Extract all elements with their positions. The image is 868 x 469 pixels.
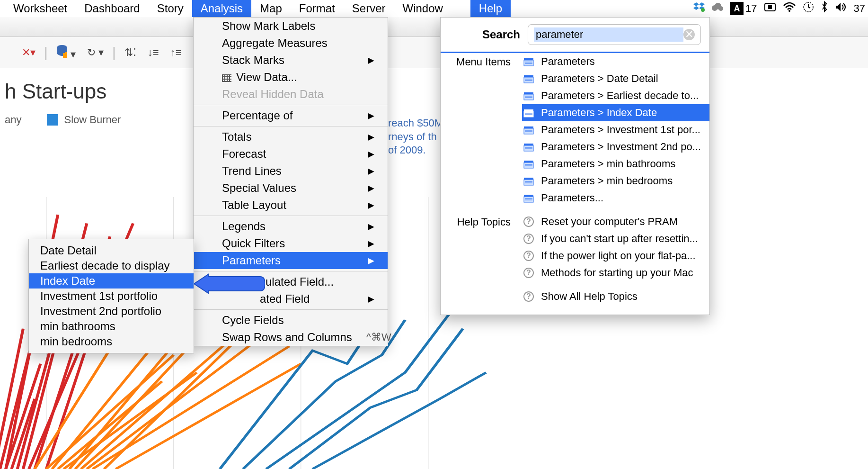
param-date-detail[interactable]: Date Detail (29, 243, 194, 258)
help-result-topic[interactable]: ?Methods for starting up your Mac (522, 264, 709, 281)
menu-cycle-fields[interactable]: Cycle Fields (194, 312, 388, 329)
help-result-menu[interactable]: Parameters > min bedrooms (522, 172, 709, 189)
menu-percentage-of[interactable]: Percentage of▶ (194, 107, 388, 124)
help-result-menu[interactable]: Parameters > Index Date (522, 104, 709, 121)
param-investment-2[interactable]: Investment 2nd portfolio (29, 304, 194, 319)
dropbox-icon[interactable] (693, 1, 705, 16)
clear-icon[interactable]: ✕ (683, 29, 695, 40)
help-show-all[interactable]: ? Show All Help Topics (522, 288, 709, 305)
help-result-topic[interactable]: ?Reset your computer's PRAM (522, 213, 709, 230)
question-icon: ? (523, 251, 534, 261)
viz-title: h Start-ups (0, 68, 868, 108)
menu-map[interactable]: Map (251, 0, 291, 17)
svg-rect-45 (524, 162, 533, 168)
help-section-help-topics: Help Topics (441, 213, 516, 228)
clear-icon[interactable]: ✕▾ (19, 46, 38, 59)
menu-format[interactable]: Format (291, 0, 344, 17)
question-icon: ? (523, 216, 534, 227)
volume-icon[interactable] (835, 2, 847, 15)
system-tray: A17 37 (693, 0, 868, 17)
help-pointer-icon (194, 272, 265, 298)
param-index-date[interactable]: Index Date (29, 273, 194, 289)
question-icon: ? (523, 268, 534, 278)
svg-point-7 (718, 6, 723, 11)
menu-table-layout[interactable]: Table Layout▶ (194, 197, 388, 214)
param-min-bedrooms[interactable]: min bedrooms (29, 334, 194, 349)
menu-reveal-hidden-data: Reveal Hidden Data (194, 86, 388, 103)
menu-legends[interactable]: Legends▶ (194, 218, 388, 235)
help-section-menu-items: Menu Items (441, 53, 516, 68)
help-search-box[interactable]: ✕ (528, 24, 701, 45)
sort-desc-icon[interactable]: ↑≡ (168, 46, 185, 59)
menu-special-values[interactable]: Special Values▶ (194, 180, 388, 197)
menu-quick-filters[interactable]: Quick Filters▶ (194, 235, 388, 252)
menu-stack-marks[interactable]: Stack Marks▶ (194, 52, 388, 69)
help-result-topic[interactable]: ?If the power light on your flat-pa... (522, 247, 709, 264)
datasource-icon[interactable]: ▾ (53, 45, 79, 61)
sort-asc-icon[interactable]: ↓≡ (145, 46, 162, 59)
svg-marker-1 (699, 2, 705, 6)
parameters-submenu: Date Detail Earliest decade to display I… (28, 239, 194, 353)
svg-rect-48 (524, 178, 533, 180)
svg-rect-28 (524, 92, 533, 94)
svg-point-10 (788, 10, 790, 12)
menu-story[interactable]: Story (149, 0, 192, 17)
question-icon: ? (523, 234, 534, 244)
menu-dashboard[interactable]: Dashboard (76, 0, 148, 17)
svg-rect-44 (524, 161, 533, 162)
menu-swap-rows-columns[interactable]: Swap Rows and Columns^⌘W (194, 329, 388, 346)
menu-window[interactable]: Window (394, 0, 451, 17)
svg-rect-41 (524, 145, 533, 151)
svg-rect-29 (524, 94, 533, 100)
menu-aggregate-measures[interactable]: Aggregate Measures (194, 35, 388, 52)
svg-rect-36 (524, 126, 533, 128)
cloud-icon[interactable] (711, 2, 724, 15)
menu-show-mark-labels[interactable]: Show Mark Labels (194, 18, 388, 35)
menu-analysis[interactable]: Analysis (192, 0, 251, 17)
adobe-icon[interactable]: A17 (730, 2, 757, 15)
menu-server[interactable]: Server (344, 0, 394, 17)
help-result-topic[interactable]: ?If you can't start up after resettin... (522, 230, 709, 247)
param-earliest-decade[interactable]: Earliest decade to display (29, 258, 194, 273)
menu-help[interactable]: Help (470, 0, 511, 17)
menu-trend-lines[interactable]: Trend Lines▶ (194, 162, 388, 180)
menu-result-icon (522, 56, 535, 67)
help-result-menu[interactable]: Parameters > Earliest decade to... (522, 87, 709, 104)
menu-worksheet[interactable]: Worksheet (5, 0, 76, 17)
swap-icon[interactable]: ⇅⁚ (122, 46, 139, 59)
display-icon[interactable] (764, 2, 776, 15)
menu-result-icon (522, 90, 535, 101)
timemachine-icon[interactable] (803, 1, 814, 16)
menu-parameters[interactable]: Parameters▶ (194, 252, 388, 269)
svg-rect-40 (524, 144, 533, 145)
menu-result-icon (522, 176, 535, 186)
help-search-input[interactable] (534, 27, 683, 42)
menu-result-icon (522, 193, 535, 203)
help-result-menu[interactable]: Parameters... (522, 189, 709, 207)
svg-rect-52 (524, 195, 533, 197)
wifi-icon[interactable] (783, 2, 796, 15)
help-search-panel: Search ✕ Menu Items ParametersParameters… (440, 17, 710, 315)
menu-result-icon (522, 108, 535, 118)
help-result-menu[interactable]: Parameters > Date Detail (522, 70, 709, 87)
menu-view-data[interactable]: View Data... (194, 69, 388, 86)
bluetooth-icon[interactable] (821, 1, 828, 16)
svg-rect-24 (524, 75, 533, 77)
param-investment-1[interactable]: Investment 1st portfolio (29, 289, 194, 304)
legend-swatch (47, 114, 58, 126)
menu-forecast[interactable]: Forecast▶ (194, 145, 388, 162)
svg-rect-53 (524, 197, 533, 202)
help-menu-results: ParametersParameters > Date DetailParame… (522, 53, 709, 207)
help-result-menu[interactable]: Parameters > Investment 1st por... (522, 121, 709, 138)
help-result-menu[interactable]: Parameters > min bathrooms (522, 155, 709, 172)
svg-rect-9 (768, 5, 772, 9)
refresh-icon[interactable]: ↻ ▾ (84, 46, 106, 59)
menu-result-icon (522, 142, 535, 152)
help-result-menu[interactable]: Parameters > Investment 2nd po... (522, 138, 709, 155)
menu-result-icon (522, 73, 535, 84)
legend-label-left: any (5, 114, 21, 126)
param-min-bathrooms[interactable]: min bathrooms (29, 319, 194, 334)
svg-rect-21 (524, 60, 533, 66)
menu-totals[interactable]: Totals▶ (194, 128, 388, 145)
help-result-menu[interactable]: Parameters (522, 53, 709, 70)
